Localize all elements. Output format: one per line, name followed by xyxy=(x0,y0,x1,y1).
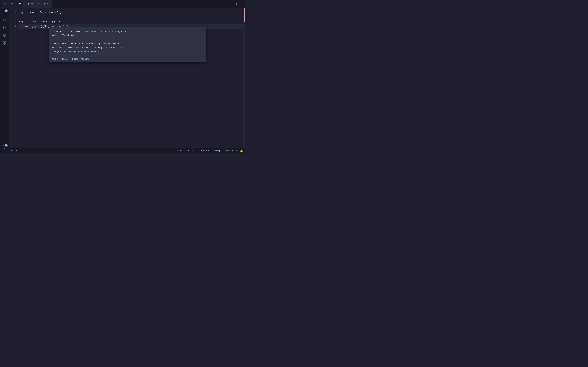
activity-settings-icon[interactable]: 1 xyxy=(1,143,8,150)
position-text: Ln 5, Col 1 xyxy=(173,150,184,152)
activity-bar: 1 xyxy=(0,8,9,153)
status-language[interactable]: JavaScript xyxy=(211,150,221,152)
svg-point-0 xyxy=(3,19,6,21)
language-text: JavaScript xyxy=(211,150,221,152)
status-eol[interactable]: LF xyxy=(206,150,209,152)
status-bar: ⊗ 0 ⚠ 1 Ln 5, Col 1 Spaces: 2 UTF-8 LF xyxy=(9,148,245,153)
files-badge: 1 xyxy=(5,9,8,12)
line-num-4: 4 xyxy=(9,24,16,29)
svg-point-11 xyxy=(4,146,5,147)
activity-debug-icon[interactable] xyxy=(1,32,8,39)
code-container[interactable]: 1 2 3 4 5 import React from 'react' ; xyxy=(9,8,245,148)
tabs-container: JS Image.js { } .eslintrc.json xyxy=(1,0,52,8)
smiley-icon: ☺ xyxy=(236,150,238,152)
line-num-2: 2 xyxy=(9,15,16,20)
activity-git-icon[interactable] xyxy=(1,25,8,31)
activity-bar-bottom: 1 xyxy=(1,143,8,151)
arrow: => xyxy=(57,20,60,23)
activity-search-icon[interactable] xyxy=(1,17,8,23)
eslint-ref: eslint(jsx-a11y/alt-text) xyxy=(64,50,99,53)
spaces-text: Spaces: 2 xyxy=(186,150,196,152)
main-layout: 1 xyxy=(0,8,245,153)
activity-bar-top: 1 xyxy=(1,9,8,47)
tooltip-popup: (JSX attribute) React.ImgHTMLAttributes<… xyxy=(49,27,207,62)
string-react: 'react' xyxy=(47,11,58,14)
line-numbers: 1 2 3 4 5 xyxy=(9,8,17,148)
tab-bar-actions: ⊡ ··· xyxy=(233,1,244,6)
svg-point-3 xyxy=(3,26,4,27)
line-num-5: 5 xyxy=(9,29,16,33)
tooltip-actions: Quick Fix... Peek Problem xyxy=(49,56,206,62)
keyword-export: export xyxy=(19,20,28,23)
code-line-1: import React from 'react' ; xyxy=(19,10,243,15)
svg-rect-8 xyxy=(5,42,6,43)
modified-dot xyxy=(19,3,21,5)
eol-text: LF xyxy=(206,150,209,152)
js-icon: JS xyxy=(4,3,6,5)
jsx-attr-src: src xyxy=(31,25,36,28)
status-left: ⊗ 0 ⚠ 1 xyxy=(11,150,19,152)
peek-problem-button[interactable]: Peek Problem xyxy=(72,58,89,60)
prettier-text: Prettier: ✓ xyxy=(224,150,233,152)
scrollbar[interactable] xyxy=(243,8,245,148)
svg-rect-7 xyxy=(3,42,4,43)
keyword-import: import xyxy=(19,11,28,14)
keyword-const: const xyxy=(30,20,38,23)
line-num-1: 1 xyxy=(9,10,16,15)
status-smiley[interactable]: ☺ xyxy=(236,150,238,152)
active-line-decoration xyxy=(19,24,19,29)
status-bell[interactable]: 🔔 xyxy=(240,150,243,152)
status-spaces[interactable]: Spaces: 2 xyxy=(186,150,196,152)
code-line-3: export const Image = () => xyxy=(19,20,243,24)
jsx-tag-open: <img xyxy=(23,25,29,28)
svg-point-2 xyxy=(5,28,6,29)
svg-line-1 xyxy=(5,21,6,22)
tab-eslintrc-json[interactable]: { } .eslintrc.json xyxy=(23,0,52,8)
activity-files-icon[interactable]: 1 xyxy=(1,9,8,16)
editor-area: 1 2 3 4 5 import React from 'react' ; xyxy=(9,8,245,153)
status-prettier[interactable]: Prettier: ✓ xyxy=(224,150,233,152)
tooltip-type-section: (JSX attribute) React.ImgHTMLAttributes<… xyxy=(49,27,206,40)
code-content[interactable]: import React from 'react' ; export const… xyxy=(17,8,243,148)
svg-rect-9 xyxy=(3,43,4,45)
activity-extensions-icon[interactable] xyxy=(1,40,8,47)
tab-bar: JS Image.js { } .eslintrc.json ⊡ ··· xyxy=(0,0,245,8)
error-count: 0 xyxy=(14,150,15,152)
json-icon: { } xyxy=(26,3,29,5)
status-encoding[interactable]: UTF-8 xyxy=(198,150,204,152)
component-name: Image xyxy=(39,20,47,23)
tooltip-error-section: img elements must have an alt prop, eith… xyxy=(49,40,206,56)
quick-fix-button[interactable]: Quick Fix... xyxy=(52,58,69,60)
status-right: Ln 5, Col 1 Spaces: 2 UTF-8 LF JavaScrip… xyxy=(173,150,243,152)
bell-icon: 🔔 xyxy=(240,150,243,152)
status-errors[interactable]: ⊗ 0 ⚠ 1 xyxy=(11,150,19,152)
tab-image-js-label: Image.js xyxy=(7,2,18,5)
tab-image-js[interactable]: JS Image.js xyxy=(1,0,23,8)
line-num-3: 3 xyxy=(9,20,16,24)
scrollbar-thumb xyxy=(244,8,245,22)
error-icon: ⊗ xyxy=(11,150,13,152)
keyword-from: from xyxy=(39,11,46,14)
svg-rect-10 xyxy=(5,43,6,45)
split-editor-button[interactable]: ⊡ xyxy=(233,1,238,6)
encoding-text: UTF-8 xyxy=(198,150,204,152)
status-position[interactable]: Ln 5, Col 1 xyxy=(173,150,184,152)
warning-icon: ⚠ xyxy=(16,150,17,152)
warning-count: 1 xyxy=(18,150,19,152)
settings-badge: 1 xyxy=(5,144,8,147)
more-actions-button[interactable]: ··· xyxy=(239,1,244,6)
code-line-2 xyxy=(19,15,243,20)
tab-eslintrc-label: .eslintrc.json xyxy=(30,2,49,5)
